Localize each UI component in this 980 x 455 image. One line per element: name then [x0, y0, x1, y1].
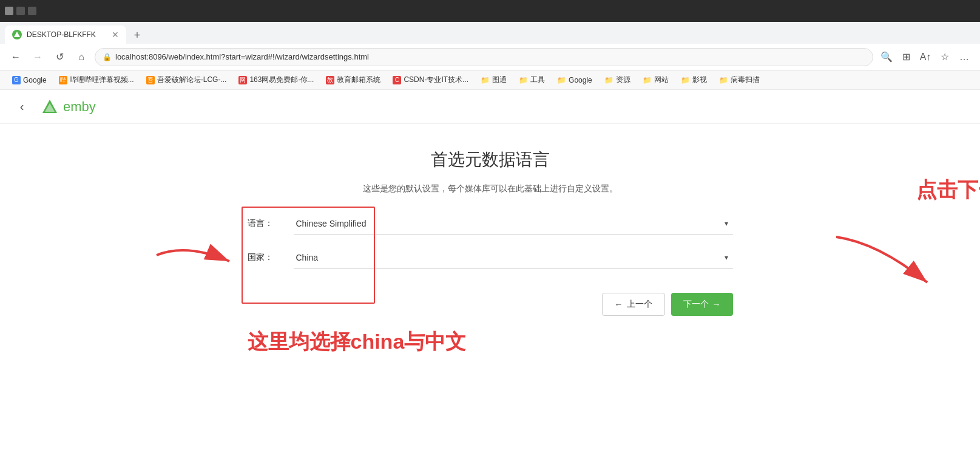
language-form-row: 语言： Chinese Simplified ▾: [248, 213, 733, 234]
bookmark-label: 影视: [692, 75, 707, 85]
next-button[interactable]: 下一个 →: [671, 293, 733, 316]
buttons-row: ← 上一个 下一个 →: [248, 293, 733, 316]
tab-title: DESKTOP-BLFKFFK: [27, 30, 96, 39]
bookmark-label: 哔哩哔哩弹幕视频...: [70, 75, 134, 85]
country-form-row: 国家： China ▾: [248, 247, 733, 269]
top-right-annotation-text: 点击下一步跳过: [916, 176, 981, 204]
browser-tab[interactable]: DESKTOP-BLFKFFK ✕: [5, 26, 126, 44]
bookmark-label: 病毒扫描: [731, 75, 760, 85]
bookmarks-bar: G Google 哔 哔哩哔哩弹幕视频... 吾 吾爱破解论坛-LCG-... …: [0, 70, 980, 90]
bookmark-bilibili[interactable]: 哔 哔哩哔哩弹幕视频...: [54, 73, 139, 87]
folder-icon: 📁: [481, 76, 490, 84]
form-section: 语言： Chinese Simplified ▾ 国家： China: [248, 213, 733, 269]
svg-marker-0: [14, 32, 20, 37]
bookmark-edu-mail[interactable]: 教 教育邮箱系统: [321, 73, 385, 87]
refresh-button[interactable]: ↺: [51, 49, 68, 66]
app-header: ‹ emby: [0, 90, 980, 124]
app-logo-text: emby: [63, 99, 96, 115]
nav-icons-right: 🔍 ⊞ A↑ ☆ …: [878, 49, 973, 66]
emby-logo-icon: [41, 98, 58, 115]
bookmark-folder-movies[interactable]: 📁 影视: [676, 73, 712, 87]
folder-icon: 📁: [519, 76, 528, 84]
app-back-button[interactable]: ‹: [12, 97, 32, 117]
bookmark-label: 资源: [616, 75, 630, 85]
address-bar[interactable]: 🔒 localhost:8096/web/index.html?start=wi…: [95, 48, 873, 66]
bookmark-favicon: 吾: [146, 76, 155, 84]
next-arrow-icon: →: [712, 299, 721, 309]
bookmark-favicon: 网: [238, 76, 247, 84]
folder-icon: 📁: [719, 76, 728, 84]
country-select-wrapper: China ▾: [294, 247, 733, 269]
more-icon[interactable]: …: [956, 49, 973, 66]
bottom-annotation-container: 这里均选择china与中文: [248, 328, 733, 356]
tab-favicon: [12, 30, 22, 39]
bookmark-folder-website[interactable]: 📁 网站: [638, 73, 674, 87]
bookmark-google[interactable]: G Google: [7, 74, 52, 86]
bookmark-favicon: 教: [326, 76, 334, 84]
bookmark-label: Google: [569, 76, 592, 84]
bookmark-label: 教育邮箱系统: [337, 75, 380, 85]
bookmark-52pojie[interactable]: 吾 吾爱破解论坛-LCG-...: [141, 73, 232, 87]
bookmark-favicon: 哔: [59, 76, 67, 84]
bookmark-label: 工具: [530, 75, 545, 85]
home-button[interactable]: ⌂: [73, 49, 90, 66]
bookmark-label: Google: [23, 76, 47, 84]
bookmark-folder-antivirus[interactable]: 📁 病毒扫描: [714, 73, 765, 87]
browser-nav-bar: ← → ↺ ⌂ 🔒 localhost:8096/web/index.html?…: [0, 44, 980, 70]
left-arrow-annotation: [150, 237, 235, 276]
lock-icon: 🔒: [103, 53, 112, 61]
form-container: 语言： Chinese Simplified ▾ 国家： China: [248, 213, 733, 281]
bookmark-csdn[interactable]: C CSDN-专业IT技术...: [388, 73, 473, 87]
bookmark-folder-tools[interactable]: 📁 工具: [514, 73, 550, 87]
language-select-wrapper: Chinese Simplified ▾: [294, 213, 733, 234]
bookmark-label: CSDN-专业IT技术...: [404, 75, 468, 85]
address-text: localhost:8096/web/index.html?start=wiza…: [115, 52, 369, 61]
bookmark-label: 吾爱破解论坛-LCG-...: [157, 75, 227, 85]
language-label: 语言：: [248, 218, 284, 229]
bookmark-favicon: G: [12, 76, 21, 84]
page-title: 首选元数据语言: [431, 148, 550, 171]
prev-button[interactable]: ← 上一个: [602, 293, 665, 316]
bookmark-label: 网站: [654, 75, 669, 85]
bottom-annotation-text: 这里均选择china与中文: [248, 328, 733, 356]
right-arrow-annotation: [830, 231, 939, 294]
bookmark-folder-tutong[interactable]: 📁 图通: [476, 73, 512, 87]
prev-button-label: 上一个: [627, 299, 652, 310]
browser-tab-bar: DESKTOP-BLFKFFK ✕ +: [0, 22, 980, 44]
folder-icon: 📁: [681, 76, 690, 84]
bookmark-label: 图通: [492, 75, 507, 85]
forward-button[interactable]: →: [29, 49, 46, 66]
apps-icon[interactable]: ⊞: [897, 49, 914, 66]
folder-icon: 📁: [557, 76, 566, 84]
next-button-label: 下一个: [683, 299, 709, 310]
bookmark-folder-google[interactable]: 📁 Google: [552, 74, 597, 86]
read-aloud-icon[interactable]: A↑: [917, 49, 934, 66]
back-button[interactable]: ←: [7, 49, 24, 66]
app-area: ‹ emby 首选元数据语言 这些是您的默认设置，每个媒体库可以在此基础上进行自…: [0, 90, 980, 442]
bookmark-label: 163网易免费邮-你...: [249, 75, 314, 85]
browser-title-bar: [0, 0, 980, 22]
favorites-icon[interactable]: ☆: [936, 49, 953, 66]
app-logo: emby: [41, 98, 96, 115]
folder-icon: 📁: [604, 76, 613, 84]
bookmark-folder-resources[interactable]: 📁 资源: [600, 73, 635, 87]
bookmark-163mail[interactable]: 网 163网易免费邮-你...: [234, 73, 319, 87]
folder-icon: 📁: [643, 76, 652, 84]
main-content: 首选元数据语言 这些是您的默认设置，每个媒体库可以在此基础上进行自定义设置。 语…: [0, 124, 980, 380]
bookmark-favicon: C: [393, 76, 401, 84]
country-label: 国家：: [248, 252, 284, 263]
tab-close-button[interactable]: ✕: [112, 30, 119, 39]
new-tab-button[interactable]: +: [129, 27, 146, 44]
country-select[interactable]: China: [294, 247, 733, 269]
page-description: 这些是您的默认设置，每个媒体库可以在此基础上进行自定义设置。: [363, 183, 618, 194]
prev-arrow-icon: ←: [615, 299, 623, 309]
search-icon[interactable]: 🔍: [878, 49, 895, 66]
language-select[interactable]: Chinese Simplified: [294, 213, 733, 234]
